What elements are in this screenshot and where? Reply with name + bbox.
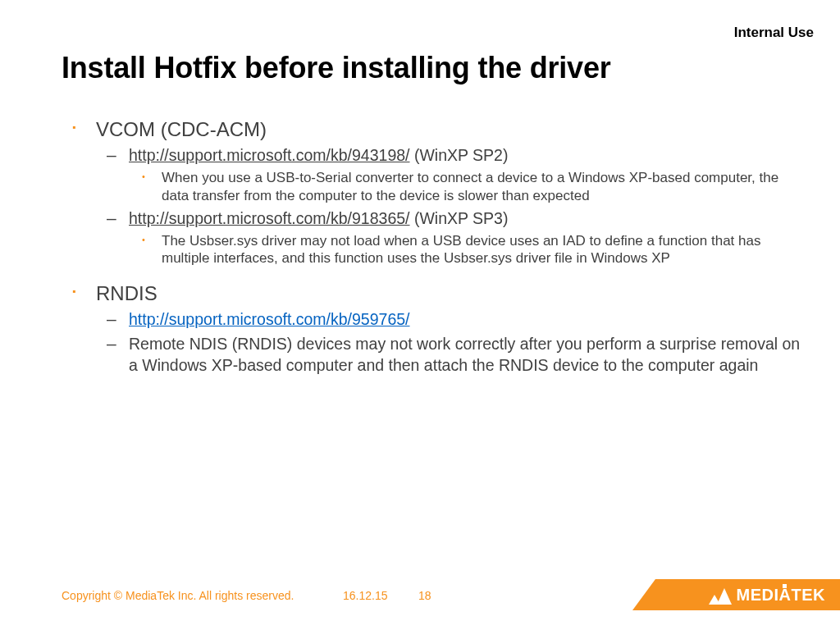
vcom-link-2: http://support.microsoft.com/kb/918365/ … (62, 208, 807, 229)
rndis-link: http://support.microsoft.com/kb/959765/ (62, 308, 807, 330)
mediatek-logo: MEDIATEK (709, 585, 825, 605)
vcom-detail-1: When you use a USB-to-Serial converter t… (62, 169, 807, 204)
bullet-vcom: VCOM (CDC-ACM) (62, 118, 807, 141)
vcom-link-1-suffix: (WinXP SP2) (410, 146, 509, 164)
logo-text-pre: MEDI (737, 586, 779, 605)
bullet-rndis: RNDIS (62, 282, 807, 305)
kb-link-943198[interactable]: http://support.microsoft.com/kb/943198/ (129, 146, 410, 164)
classification-label: Internal Use (734, 25, 814, 41)
kb-link-959765[interactable]: http://support.microsoft.com/kb/959765/ (129, 310, 410, 328)
logo-icon (709, 585, 732, 605)
vcom-link-2-suffix: (WinXP SP3) (410, 209, 509, 227)
kb-link-918365[interactable]: http://support.microsoft.com/kb/918365/ (129, 209, 410, 227)
logo-text-a: A (779, 586, 792, 605)
copyright-text: Copyright © MediaTek Inc. All rights res… (62, 589, 294, 602)
slide-title: Install Hotfix before installing the dri… (62, 51, 611, 85)
slide-body: VCOM (CDC-ACM) http://support.microsoft.… (62, 108, 807, 377)
logo-text-post: TEK (792, 586, 826, 605)
vcom-link-1: http://support.microsoft.com/kb/943198/ … (62, 144, 807, 166)
logo-text: MEDIATEK (737, 586, 825, 605)
rndis-text: Remote NDIS (RNDIS) devices may not work… (62, 333, 807, 377)
vcom-detail-2: The Usbser.sys driver may not load when … (62, 232, 807, 267)
page-number: 18 (418, 589, 431, 602)
footer-date: 16.12.15 (343, 589, 388, 602)
rndis-description: Remote NDIS (RNDIS) devices may not work… (129, 333, 807, 377)
slide: Internal Use Install Hotfix before insta… (0, 0, 840, 630)
